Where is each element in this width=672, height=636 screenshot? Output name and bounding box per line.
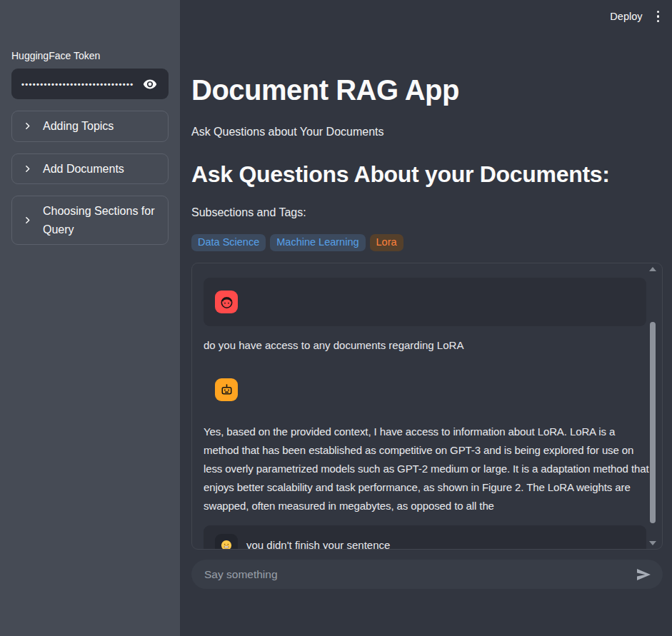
user-message-text: you didn't finish your sentence (246, 539, 390, 550)
chevron-right-icon (23, 121, 32, 131)
main-area: Deploy Document RAG App Ask Questions ab… (180, 0, 672, 636)
token-label: HuggingFace Token (11, 50, 169, 61)
user-avatar (215, 291, 238, 313)
user-message-row (204, 278, 646, 326)
page-content: Document RAG App Ask Questions about You… (191, 0, 663, 589)
tags-row: Data Science Machine Learning Lora (191, 234, 663, 251)
token-input[interactable]: •••••••••••••••••••••••••••••• (11, 69, 169, 99)
eye-icon (142, 76, 158, 92)
token-masked-value: •••••••••••••••••••••••••••••• (21, 80, 134, 89)
emoji-avatar (215, 534, 238, 550)
user-message-text: do you have access to any documents rega… (204, 339, 463, 351)
page-subtitle: Ask Questions about Your Documents (191, 126, 663, 138)
tag-lora: Lora (370, 234, 403, 251)
tags-label: Subsections and Tags: (191, 206, 663, 219)
expander-label: Choosing Sections for Query (43, 202, 161, 238)
robot-icon (219, 382, 235, 398)
expander-label: Adding Topics (43, 117, 114, 136)
section-heading: Ask Questions About your Documents: (191, 161, 663, 188)
tag-machine-learning: Machine Learning (270, 234, 365, 251)
send-button[interactable] (634, 565, 653, 584)
chat-input-bar (191, 560, 663, 589)
chat-input[interactable] (204, 568, 634, 581)
scrollbar-up-arrow[interactable] (649, 267, 656, 271)
expander-add-documents[interactable]: Add Documents (11, 153, 169, 185)
assistant-message-text: Yes, based on the provided context, I ha… (204, 423, 652, 515)
expander-label: Add Documents (43, 160, 124, 178)
chat-history-container: do you have access to any documents rega… (191, 263, 663, 550)
sidebar: HuggingFace Token ••••••••••••••••••••••… (0, 0, 180, 636)
send-icon (635, 566, 652, 583)
expander-adding-topics[interactable]: Adding Topics (11, 111, 169, 142)
password-reveal-button[interactable] (141, 76, 159, 93)
tag-data-science: Data Science (191, 234, 266, 251)
expander-choosing-sections[interactable]: Choosing Sections for Query (11, 196, 169, 245)
chevron-right-icon (23, 164, 32, 173)
page-title: Document RAG App (191, 74, 663, 106)
assistant-avatar (215, 378, 238, 401)
face-icon (219, 294, 235, 311)
chevron-right-icon (23, 216, 32, 225)
scrollbar-down-arrow[interactable] (649, 541, 656, 545)
user-message-row: you didn't finish your sentence (204, 525, 646, 550)
scrollbar-thumb[interactable] (650, 322, 656, 523)
grimace-emoji-icon (219, 538, 234, 550)
